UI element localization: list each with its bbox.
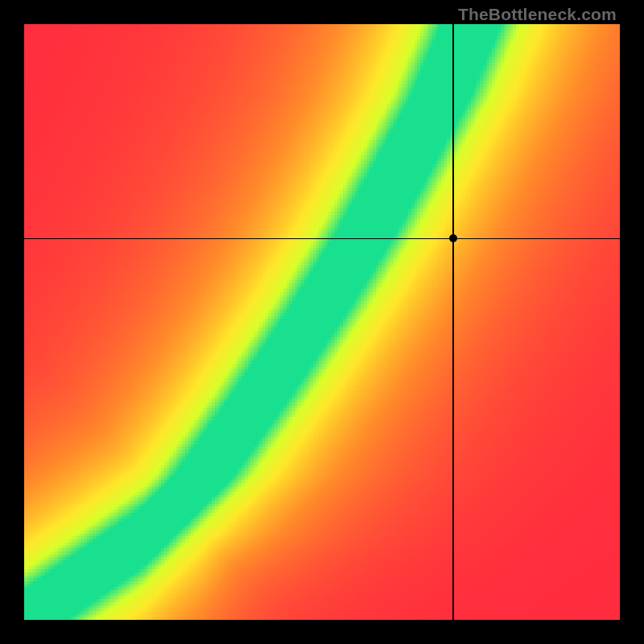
crosshair-horizontal xyxy=(24,238,620,240)
chart-frame: TheBottleneck.com xyxy=(0,0,644,644)
heatmap-canvas xyxy=(24,24,620,620)
marker-dot-icon xyxy=(449,234,457,242)
crosshair-vertical xyxy=(452,24,454,620)
watermark-text: TheBottleneck.com xyxy=(458,5,617,24)
plot-area xyxy=(24,24,620,620)
